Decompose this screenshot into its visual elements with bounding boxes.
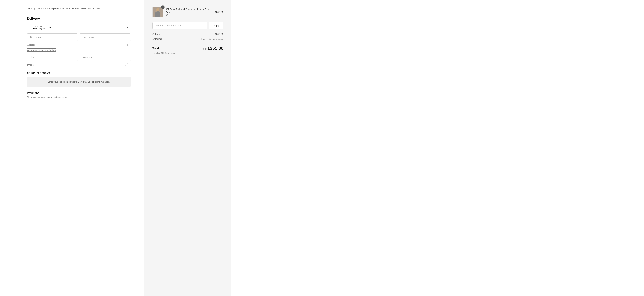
postcode-input[interactable]	[80, 54, 131, 61]
total-value-wrapper: GBP £355.00	[202, 46, 224, 51]
right-panel: 1 007 Cable Roll Neck Cashmere Jumper Fu…	[144, 0, 232, 296]
shipping-notice-box: Enter your shipping address to view avai…	[27, 77, 131, 87]
product-image-wrapper: 1	[152, 7, 163, 17]
postcode-field[interactable]	[80, 54, 131, 61]
apartment-input[interactable]	[27, 48, 56, 52]
address-input[interactable]	[27, 43, 63, 46]
apartment-field[interactable]	[27, 48, 131, 52]
svg-rect-3	[157, 11, 159, 13]
city-input[interactable]	[27, 54, 78, 61]
name-row	[27, 33, 131, 41]
city-postcode-row	[27, 54, 131, 61]
subtotal-value: £355.00	[215, 33, 224, 35]
last-name-field[interactable]	[80, 33, 131, 41]
phone-field[interactable]: ?	[27, 63, 131, 66]
shipping-method-title: Shipping method	[27, 71, 131, 75]
shipping-value: Enter shipping address	[201, 38, 224, 40]
total-row: Total GBP £355.00	[152, 46, 224, 51]
tax-note: Including £59.17 in taxes	[152, 52, 224, 54]
svg-point-1	[156, 8, 159, 11]
last-name-input[interactable]	[80, 33, 131, 41]
payment-title: Payment	[27, 91, 131, 95]
total-value: £355.00	[208, 46, 224, 51]
payment-subtitle: All transactions are secure and encrypte…	[27, 96, 131, 98]
product-variant: XS	[166, 14, 212, 16]
shipping-notice-text: Enter your shipping address to view avai…	[48, 81, 110, 83]
first-name-input[interactable]	[27, 33, 78, 41]
city-field[interactable]	[27, 54, 78, 61]
phone-input[interactable]	[27, 63, 63, 66]
discount-input[interactable]	[152, 22, 208, 29]
shipping-label: Shipping ?	[152, 37, 165, 40]
subtotal-label: Subtotal	[152, 33, 161, 35]
first-name-field[interactable]	[27, 33, 78, 41]
product-info: 007 Cable Roll Neck Cashmere Jumper Fumo…	[166, 8, 212, 16]
product-quantity-badge: 1	[161, 5, 164, 9]
product-image	[152, 7, 163, 17]
question-circle-icon: ?	[125, 63, 128, 66]
subtotal-row: Subtotal £355.00	[152, 33, 224, 35]
chevron-down-icon: ▾	[127, 26, 128, 29]
product-price: £355.00	[215, 11, 224, 13]
shipping-row: Shipping ? Enter shipping address	[152, 37, 224, 40]
product-row: 1 007 Cable Roll Neck Cashmere Jumper Fu…	[152, 7, 224, 17]
apply-button[interactable]: Apply	[209, 22, 224, 29]
search-icon: ⌕	[127, 43, 128, 46]
product-name: 007 Cable Roll Neck Cashmere Jumper Fumo…	[166, 8, 212, 14]
discount-row: Apply	[152, 22, 224, 29]
country-field[interactable]: Country/Region United Kingdom United Sta…	[27, 24, 131, 31]
total-label: Total	[152, 47, 159, 50]
delivery-title: Delivery	[27, 17, 131, 21]
left-panel: offers by post. If you would prefer not …	[0, 0, 144, 296]
address-field[interactable]: ⌕	[27, 43, 131, 46]
total-currency-label: GBP	[202, 48, 206, 50]
country-select[interactable]: United Kingdom United States France Germ…	[27, 24, 52, 31]
top-notice: offers by post. If you would prefer not …	[27, 7, 131, 10]
svg-rect-2	[155, 12, 160, 17]
shipping-question-icon: ?	[163, 37, 165, 40]
